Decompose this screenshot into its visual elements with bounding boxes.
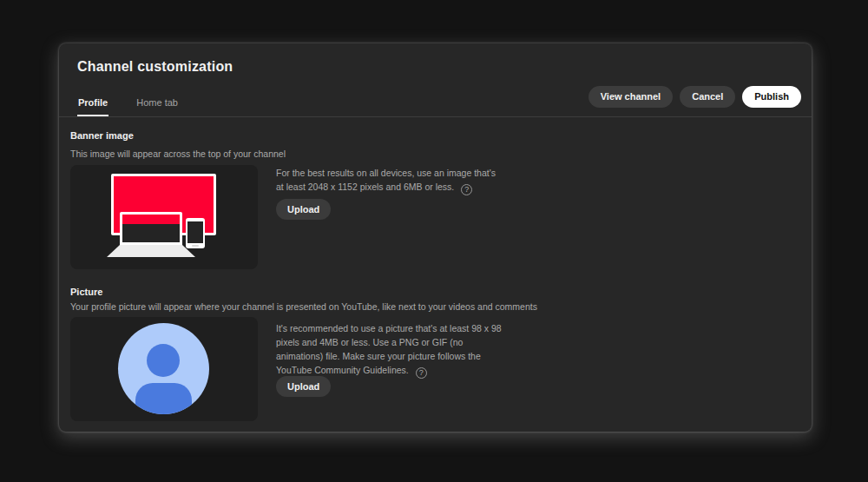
tab-bar: Profile Home tab [77,91,179,117]
page-background: { "header": { "title": "Channel customiz… [0,0,868,482]
picture-section-description: Your profile picture will appear where y… [70,300,537,313]
person-icon [147,344,180,377]
tabs-divider [59,116,812,117]
banner-hint: For the best results on all devices, use… [276,166,505,195]
help-icon[interactable]: ? [461,184,472,195]
banner-preview [70,165,258,269]
person-body [135,383,192,414]
phone-icon [186,218,205,248]
laptop-icon [120,212,182,245]
help-icon[interactable]: ? [416,367,427,379]
laptop-base [107,245,195,257]
banner-section-heading: Banner image [70,129,134,142]
picture-hint-text: It's recommended to use a picture that's… [276,323,502,375]
header-actions: View channel Cancel Publish [589,86,801,108]
laptop-banner-strip [122,215,180,224]
channel-customization-panel: Channel customization Profile Home tab V… [59,43,812,432]
picture-preview [70,317,258,421]
devices-illustration [70,165,258,269]
phone-screen [187,221,203,243]
picture-hint: It's recommended to use a picture that's… [276,321,505,379]
avatar [118,323,209,414]
cancel-button[interactable]: Cancel [680,86,735,108]
picture-section-heading: Picture [70,286,102,298]
tab-profile[interactable]: Profile [77,91,108,117]
upload-picture-button[interactable]: Upload [276,376,331,397]
view-channel-button[interactable]: View channel [589,86,674,108]
tab-home-tab[interactable]: Home tab [135,91,179,117]
publish-button[interactable]: Publish [742,86,801,108]
banner-section-description: This image will appear across the top of… [70,148,286,160]
page-title: Channel customization [77,57,233,76]
phone-home-button [192,245,199,247]
upload-banner-button[interactable]: Upload [276,199,331,220]
laptop-screen [122,215,180,242]
